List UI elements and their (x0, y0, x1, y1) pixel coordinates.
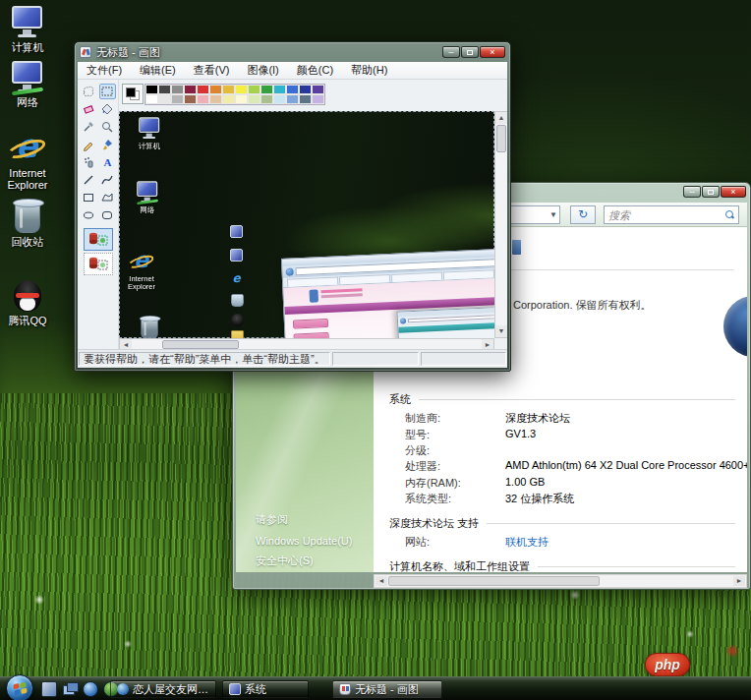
scrollbar-thumb[interactable] (162, 340, 239, 349)
tool-rounded-rectangle-icon[interactable] (99, 207, 116, 223)
foreground-color-swatch[interactable] (126, 88, 136, 97)
paint-app-icon (80, 46, 91, 58)
taskbar-button-paint[interactable]: 无标题 - 画图 (332, 680, 442, 698)
paint-titlebar[interactable]: 无标题 - 画图 – × (75, 42, 510, 62)
menu-view[interactable]: 查看(V) (185, 63, 239, 78)
menu-help[interactable]: 帮助(H) (342, 63, 396, 78)
palette-swatch[interactable] (273, 94, 286, 104)
menu-image[interactable]: 图像(I) (238, 63, 287, 78)
palette-swatch[interactable] (209, 85, 222, 94)
start-button[interactable] (6, 674, 33, 700)
palette-swatch[interactable] (222, 94, 235, 104)
computer-icon (0, 4, 59, 41)
scrollbar-thumb[interactable] (496, 125, 506, 152)
palette-swatch[interactable] (248, 94, 260, 104)
tool-free-form-select-icon[interactable] (81, 84, 97, 99)
php-watermark: php (645, 653, 690, 676)
tool-curve-icon[interactable] (99, 172, 116, 188)
palette-swatch[interactable] (299, 85, 312, 94)
search-input[interactable] (608, 209, 722, 221)
palette-swatch[interactable] (260, 94, 273, 104)
tool-pencil-icon[interactable] (81, 137, 97, 152)
palette-swatch[interactable] (158, 94, 171, 104)
palette-swatch[interactable] (286, 94, 299, 104)
menu-colors[interactable]: 颜色(C) (288, 63, 342, 78)
color-palette (144, 84, 325, 105)
palette-swatch[interactable] (273, 85, 286, 94)
palette-swatch[interactable] (171, 85, 184, 94)
link-windows-update[interactable]: Windows Update(U) (256, 535, 352, 547)
paint-canvas[interactable]: 计算机 网络 e Internet Explorer e (119, 111, 494, 338)
scroll-up-arrow[interactable]: ▲ (495, 112, 507, 124)
link-security-center[interactable]: 安全中心(S) (256, 554, 352, 568)
scroll-right-arrow[interactable]: ► (733, 576, 745, 586)
menu-edit[interactable]: 编辑(E) (131, 63, 185, 78)
chevron-down-icon[interactable]: ▼ (549, 210, 557, 219)
minimize-button[interactable]: – (683, 186, 701, 198)
tool-magnifier-icon[interactable] (99, 119, 116, 135)
palette-swatch[interactable] (184, 85, 197, 94)
taskbar-button-browser[interactable]: 恋人屋交友网·广州... (110, 680, 216, 698)
internet-explorer-icon[interactable] (83, 681, 98, 697)
taskbar-button-system[interactable]: 系统 (222, 680, 309, 698)
show-desktop-icon[interactable] (41, 681, 57, 697)
palette-swatch[interactable] (197, 85, 209, 94)
tool-rectangle-icon[interactable] (81, 190, 97, 205)
taskbar: 恋人屋交友网·广州... 系统 无标题 - 画图 (0, 676, 751, 700)
palette-swatch[interactable] (235, 94, 248, 104)
canvas-icon-network: 网络 (129, 180, 166, 213)
desktop-icon-recycle-bin[interactable]: 回收站 (0, 199, 59, 248)
paint-body: 文件(F) 编辑(E) 查看(V) 图像(I) 颜色(C) 帮助(H) A (78, 62, 507, 368)
paint-window: 无标题 - 画图 – × 文件(F) 编辑(E) 查看(V) 图像(I) 颜色(… (74, 41, 511, 372)
desktop-icon-internet-explorer[interactable]: e Internet Explorer (0, 130, 59, 191)
tool-polygon-icon[interactable] (99, 190, 116, 205)
menu-file[interactable]: 文件(F) (78, 63, 131, 78)
scroll-left-arrow[interactable]: ◄ (376, 576, 387, 586)
minimize-button[interactable]: – (442, 46, 460, 58)
tool-fill-icon[interactable] (99, 101, 116, 117)
desktop-icon-qq[interactable]: 腾讯QQ (0, 277, 59, 326)
palette-swatch[interactable] (286, 85, 299, 94)
tool-ellipse-icon[interactable] (81, 207, 97, 223)
switch-windows-icon[interactable] (62, 681, 78, 697)
palette-swatch[interactable] (312, 94, 324, 104)
tool-text-icon[interactable]: A (99, 154, 116, 170)
maximize-button[interactable] (461, 46, 479, 58)
tool-brush-icon[interactable] (99, 137, 116, 152)
desktop-icon-network[interactable]: 网络 (0, 59, 59, 108)
tool-eraser-icon[interactable] (81, 101, 97, 117)
scroll-down-arrow[interactable]: ▼ (495, 325, 507, 337)
selection-option-transparent[interactable] (84, 253, 113, 275)
online-support-link[interactable]: 联机支持 (505, 535, 549, 550)
desktop-icon-computer[interactable]: 计算机 (0, 4, 59, 53)
palette-swatch[interactable] (145, 94, 158, 104)
tool-select-icon[interactable] (99, 84, 116, 99)
tool-airbrush-icon[interactable] (81, 154, 97, 170)
site-title-lines (321, 288, 363, 293)
refresh-button[interactable]: ↻ (570, 205, 596, 224)
canvas-mini-icon-folder (231, 330, 244, 338)
close-button[interactable]: × (721, 186, 746, 198)
system-row: 网站:联机支持 (405, 535, 739, 550)
palette-swatch[interactable] (248, 85, 260, 94)
palette-swatch[interactable] (209, 94, 222, 104)
palette-swatch[interactable] (222, 85, 235, 94)
scrollbar-thumb[interactable] (388, 576, 600, 586)
system-row: 制造商:深度技术论坛 (405, 411, 739, 426)
palette-swatch[interactable] (158, 85, 171, 94)
palette-swatch[interactable] (312, 85, 324, 94)
system-horizontal-scrollbar[interactable]: ◄ ► (374, 574, 747, 588)
palette-swatch[interactable] (235, 85, 248, 94)
tool-line-icon[interactable] (81, 172, 97, 188)
selection-option-opaque[interactable] (84, 228, 113, 251)
maximize-button[interactable] (702, 186, 720, 198)
palette-swatch[interactable] (299, 94, 312, 104)
close-button[interactable]: × (480, 46, 505, 58)
palette-swatch[interactable] (260, 85, 273, 94)
palette-swatch[interactable] (184, 94, 197, 104)
canvas-vertical-scrollbar[interactable]: ▲ ▼ (494, 111, 507, 338)
palette-swatch[interactable] (171, 94, 184, 104)
palette-swatch[interactable] (197, 94, 209, 104)
palette-swatch[interactable] (145, 85, 158, 94)
tool-color-picker-icon[interactable] (81, 119, 97, 135)
